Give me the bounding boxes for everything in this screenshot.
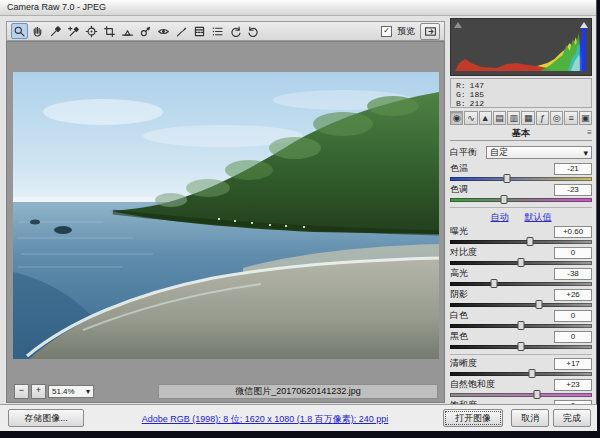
done-button[interactable]: 完成: [553, 409, 591, 427]
tab-effects[interactable]: ƒ: [536, 111, 549, 125]
exposure-thumb[interactable]: [526, 237, 533, 246]
shadows-thumb[interactable]: [536, 300, 543, 309]
clarity-value[interactable]: +17: [554, 358, 592, 370]
blacks-thumb[interactable]: [518, 342, 525, 351]
rotate-right-button[interactable]: [245, 23, 262, 39]
fullscreen-toggle-button[interactable]: [420, 23, 440, 40]
straighten-tool[interactable]: [119, 23, 136, 39]
whites-thumb[interactable]: [518, 321, 525, 330]
vibrance-slider[interactable]: [450, 393, 592, 397]
auto-link[interactable]: 自动: [491, 211, 509, 223]
tint-slider[interactable]: [450, 198, 592, 202]
cancel-button[interactable]: 取消: [511, 409, 549, 427]
exposure-slider[interactable]: [450, 240, 592, 244]
preview-area: − + 51.4% ▾ 微信图片_20170620141232.jpg: [6, 41, 445, 403]
blacks-label: 黑色: [450, 330, 468, 343]
clarity-label: 清晰度: [450, 357, 477, 370]
window-title: Camera Raw 7.0 - JPEG: [0, 0, 596, 16]
toolbar-tools: [11, 23, 262, 39]
tab-split-toning[interactable]: ▥: [507, 111, 520, 125]
crop-tool[interactable]: [101, 23, 118, 39]
vibrance-value[interactable]: +23: [554, 379, 592, 391]
preview-status-row: − + 51.4% ▾ 微信图片_20170620141232.jpg: [12, 383, 440, 399]
tab-presets[interactable]: ≡: [564, 111, 577, 125]
clarity-slider[interactable]: [450, 372, 592, 376]
blacks-slider-row: 黑色0: [450, 332, 592, 349]
temperature-slider[interactable]: [450, 177, 592, 181]
tab-camera-calibration[interactable]: ◎: [550, 111, 563, 125]
whites-value[interactable]: 0: [554, 310, 592, 322]
blacks-value[interactable]: 0: [554, 331, 592, 343]
footer-bar: 存储图像... Adobe RGB (1998); 8 位; 1620 x 10…: [0, 404, 597, 431]
r-label: R:: [456, 81, 466, 90]
zoom-tool[interactable]: [11, 23, 28, 39]
shadows-slider-row: 阴影+26: [450, 290, 592, 307]
contrast-thumb[interactable]: [518, 258, 525, 267]
preview-checkbox-label: 预览: [397, 25, 415, 38]
clarity-thumb[interactable]: [529, 369, 536, 378]
adjustment-brush-tool[interactable]: [173, 23, 190, 39]
exposure-value[interactable]: +0.60: [554, 226, 592, 238]
contrast-value[interactable]: 0: [554, 247, 592, 259]
highlights-slider[interactable]: [450, 282, 592, 286]
panel-tabs: ◉∿▲▤▥▦ƒ◎≡▣: [450, 111, 592, 125]
save-image-button[interactable]: 存储图像...: [8, 409, 84, 427]
tint-label: 色调: [450, 183, 468, 196]
vibrance-slider-row: 自然饱和度+23: [450, 380, 592, 397]
divider: [450, 354, 592, 355]
white-balance-tool[interactable]: [47, 23, 64, 39]
temperature-slider-row: 色温-21: [450, 164, 592, 181]
shadow-clipping-indicator[interactable]: [454, 22, 462, 28]
highlights-value[interactable]: -38: [554, 268, 592, 280]
tint-thumb[interactable]: [500, 195, 507, 204]
vibrance-thumb[interactable]: [533, 390, 540, 399]
preview-checkbox[interactable]: ✓: [381, 26, 392, 37]
panel-menu-button[interactable]: ≡: [587, 128, 592, 137]
zoom-level-select[interactable]: 51.4% ▾: [48, 385, 94, 398]
open-image-button[interactable]: 打开图像: [443, 409, 503, 427]
temperature-value[interactable]: -21: [554, 163, 592, 175]
targeted-adjustment-tool[interactable]: [83, 23, 100, 39]
zoom-in-button[interactable]: +: [31, 384, 46, 399]
shadows-slider[interactable]: [450, 303, 592, 307]
shadows-value[interactable]: +26: [554, 289, 592, 301]
tab-basic[interactable]: ◉: [450, 111, 463, 125]
whites-slider-row: 白色0: [450, 311, 592, 328]
blacks-slider[interactable]: [450, 345, 592, 349]
fullscreen-icon: [424, 25, 437, 38]
white-balance-select[interactable]: 自定 ▾: [486, 146, 592, 159]
histogram[interactable]: [450, 18, 592, 76]
spot-removal-tool[interactable]: [137, 23, 154, 39]
rotate-left-button[interactable]: [227, 23, 244, 39]
hand-tool[interactable]: [29, 23, 46, 39]
tab-lens-corrections[interactable]: ▦: [521, 111, 534, 125]
highlight-clipping-indicator[interactable]: [580, 22, 588, 28]
image-info-link[interactable]: Adobe RGB (1998); 8 位; 1620 x 1080 (1.8 …: [90, 413, 440, 426]
tab-hsl-grayscale[interactable]: ▤: [493, 111, 506, 125]
exposure-slider-row: 曝光+0.60: [450, 227, 592, 244]
tab-snapshots[interactable]: ▣: [579, 111, 592, 125]
tint-slider-row: 色调-23: [450, 185, 592, 202]
tint-value[interactable]: -23: [554, 184, 592, 196]
tab-tone-curve[interactable]: ∿: [464, 111, 477, 125]
contrast-slider[interactable]: [450, 261, 592, 265]
red-eye-tool[interactable]: [155, 23, 172, 39]
chevron-down-icon: ▾: [583, 148, 588, 158]
white-balance-value: 自定: [490, 146, 508, 159]
default-link[interactable]: 默认值: [525, 211, 552, 223]
camera-raw-dialog: Camera Raw 7.0 - JPEG ✓ 预览: [0, 0, 597, 431]
preferences-button[interactable]: [209, 23, 226, 39]
toolbar: ✓ 预览: [6, 21, 445, 41]
color-sampler-tool[interactable]: [65, 23, 82, 39]
zoom-level-value: 51.4%: [52, 387, 75, 396]
white-balance-sliders: 色温-21色调-23: [450, 164, 592, 202]
whites-slider[interactable]: [450, 324, 592, 328]
temperature-label: 色温: [450, 162, 468, 175]
highlights-thumb[interactable]: [491, 279, 498, 288]
photo-preview[interactable]: [13, 72, 439, 359]
graduated-filter-tool[interactable]: [191, 23, 208, 39]
tab-detail[interactable]: ▲: [479, 111, 492, 125]
contrast-label: 对比度: [450, 246, 477, 259]
temperature-thumb[interactable]: [503, 174, 510, 183]
zoom-out-button[interactable]: −: [14, 384, 29, 399]
